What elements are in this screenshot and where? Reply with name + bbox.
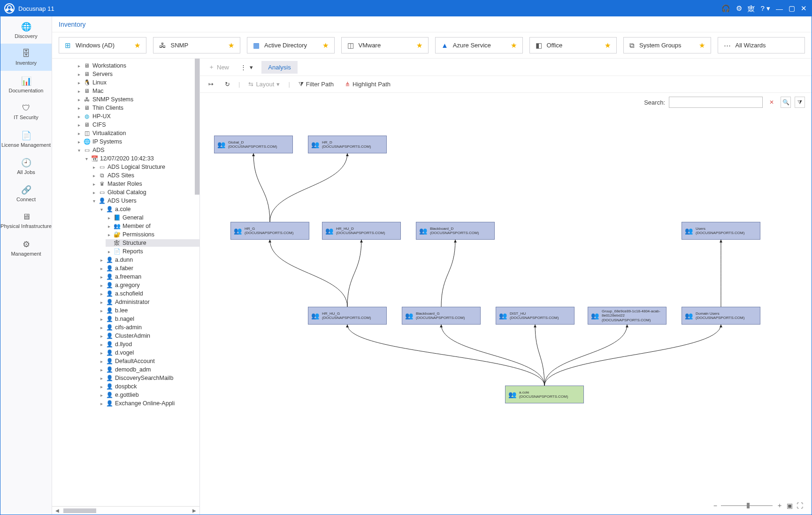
- node-domain-users[interactable]: 👥Domain Users(DOCUSNAPSPORTS.COM): [682, 307, 760, 325]
- tree-item-permissions[interactable]: ▸🔐Permissions: [106, 231, 199, 238]
- tree-item-hp-ux[interactable]: ▸◍HP-UX: [76, 113, 199, 120]
- tree-twisty[interactable]: ▸: [99, 333, 104, 339]
- tree-twisty[interactable]: ▾: [77, 148, 81, 153]
- tree-item-discoverysearchmailb[interactable]: ▸👤DiscoverySearchMailb: [98, 374, 199, 382]
- nav-connect[interactable]: 🔗Connect: [0, 180, 52, 207]
- tree-twisty[interactable]: ▸: [99, 393, 104, 398]
- tree-item-administrator[interactable]: ▸👤Administrator: [98, 298, 199, 306]
- tree-twisty[interactable]: ▸: [77, 131, 81, 136]
- tree-twisty[interactable]: ▸: [99, 266, 104, 271]
- tree-twisty[interactable]: ▸: [77, 80, 81, 85]
- tree-item-reports[interactable]: ▸📄Reports: [106, 248, 199, 255]
- tree-twisty[interactable]: ▸: [99, 350, 104, 356]
- tree-twisty[interactable]: ▸: [99, 342, 104, 347]
- tree-item-cifs-admin[interactable]: ▸👤cifs-admin: [98, 324, 199, 331]
- tree-twisty[interactable]: ▸: [92, 182, 96, 187]
- tree-item-workstations[interactable]: ▸🖥Workstations: [76, 62, 199, 69]
- tree-item-b-lee[interactable]: ▸👤b.lee: [98, 307, 199, 314]
- tree-twisty[interactable]: ▸: [77, 114, 81, 119]
- more-menu[interactable]: ⋮ ▾: [237, 62, 256, 73]
- tree-item-clusteradmin[interactable]: ▸👤ClusterAdmin: [98, 332, 199, 340]
- nav-license-management[interactable]: 📄License Management: [0, 125, 52, 152]
- tree-twisty[interactable]: ▸: [99, 274, 104, 280]
- wizard-windows-ad-[interactable]: ⊞Windows (AD)★: [59, 37, 146, 53]
- tree-item-cifs[interactable]: ▸🖥CIFS: [76, 121, 199, 129]
- restore-icon[interactable]: ▢: [789, 4, 795, 13]
- tree-item-global-catalog[interactable]: ▸▭Global Catalog: [91, 189, 199, 196]
- tree-item-virtualization[interactable]: ▸◫Virtualization: [76, 129, 199, 137]
- tree-twisty[interactable]: ▸: [92, 165, 96, 170]
- tree-item-ads-users[interactable]: ▾👤ADS Users: [91, 197, 199, 204]
- tree-item-member-of[interactable]: ▸👥Member of: [106, 222, 199, 230]
- tree-item-a-faber[interactable]: ▸👤a.faber: [98, 265, 199, 272]
- fit-icon[interactable]: ↦: [206, 79, 216, 90]
- tree-twisty[interactable]: ▸: [99, 401, 104, 406]
- highlight-path-button[interactable]: ⋔Highlight Path: [342, 79, 393, 90]
- nav-all-jobs[interactable]: 🕘All Jobs: [0, 152, 52, 180]
- help-icon[interactable]: ? ▾: [760, 4, 770, 13]
- tree-item-master-roles[interactable]: ▸♛Master Roles: [91, 180, 199, 188]
- tree-item-d-llyod[interactable]: ▸👤d.llyod: [98, 341, 199, 348]
- tree-item-exchange-online-appli[interactable]: ▸👤Exchange Online-Appli: [98, 400, 199, 407]
- tree-item-ip-systems[interactable]: ▸🌐IP Systems: [76, 138, 199, 145]
- wizard-system-groups[interactable]: ⧉System Groups★: [623, 37, 711, 53]
- tree-hscroll-thumb[interactable]: [63, 508, 96, 513]
- tree-twisty[interactable]: ▸: [77, 89, 81, 94]
- node-a-cole[interactable]: 👥a.cole(DOCUSNAPSPORTS.COM): [505, 386, 584, 403]
- nav-it-security[interactable]: 🛡IT Security: [0, 98, 52, 125]
- headset-icon[interactable]: 🎧: [721, 4, 730, 13]
- node-hr-d[interactable]: 👥HR_D(DOCUSNAPSPORTS.COM): [308, 136, 387, 153]
- tree-item-ads-logical-structure[interactable]: ▸▭ADS Logical Structure: [91, 163, 199, 171]
- node-blackboard-d[interactable]: 👥Blackboard_D(DOCUSNAPSPORTS.COM): [416, 222, 495, 240]
- new-button[interactable]: ＋New: [206, 61, 232, 73]
- tree-item-demodb-adm[interactable]: ▸👤demodb_adm: [98, 366, 199, 373]
- wizard-snmp[interactable]: 🖧SNMP★: [153, 37, 241, 53]
- tree-twisty[interactable]: ▸: [99, 367, 104, 372]
- search-icon[interactable]: 🔍: [781, 97, 791, 108]
- tree-twisty[interactable]: ▸: [92, 190, 96, 195]
- tree-item-a-schofield[interactable]: ▸👤a.schofield: [98, 290, 199, 297]
- node-group-68e9ce89-1c18-4804-acab-8e0128ebd22[interactable]: 👥Group_68e9ce89-1c18-4804-acab-8e0128ebd…: [588, 307, 666, 325]
- tree-scrollbar[interactable]: [195, 59, 199, 195]
- zoom-slider[interactable]: [721, 505, 773, 506]
- tree-item-mac[interactable]: ▸🖥Mac: [76, 87, 199, 95]
- tree-twisty[interactable]: ▸: [77, 72, 81, 77]
- zoom-fit-icon[interactable]: ▣: [787, 502, 793, 509]
- tree-item-a-freeman[interactable]: ▸👤a.freeman: [98, 273, 199, 280]
- tree-twisty[interactable]: ▸: [77, 122, 81, 128]
- node-hr-hu-d[interactable]: 👥HR_HU_D(DOCUSNAPSPORTS.COM): [322, 222, 401, 240]
- tree-twisty[interactable]: ▸: [99, 359, 104, 364]
- node-dist-hu[interactable]: 👥DIST_HU(DOCUSNAPSPORTS.COM): [496, 307, 575, 325]
- node-blackboard-g[interactable]: 👥Blackboard_G(DOCUSNAPSPORTS.COM): [402, 307, 481, 325]
- tree-item-dospbck[interactable]: ▸👤dospbck: [98, 383, 199, 390]
- tree-twisty[interactable]: ▸: [99, 317, 104, 322]
- minimize-icon[interactable]: —: [776, 5, 783, 13]
- tree-twisty[interactable]: ▸: [99, 258, 104, 263]
- tree-item-a-gregory[interactable]: ▸👤a.gregory: [98, 281, 199, 289]
- tree-hscroll-right[interactable]: ▶: [191, 508, 198, 513]
- tree-twisty[interactable]: ▸: [107, 215, 111, 220]
- tree-twisty[interactable]: ▸: [99, 283, 104, 288]
- tree-item-a-dunn[interactable]: ▸👤a.dunn: [98, 256, 199, 264]
- tree-item-b-nagel[interactable]: ▸👤b.nagel: [98, 315, 199, 323]
- tree-twisty[interactable]: ▾: [92, 198, 96, 204]
- tree-item-ads[interactable]: ▾▭ADS: [76, 146, 199, 154]
- layout-dropdown[interactable]: ⇆Layout ▾: [245, 79, 283, 90]
- nav-documentation[interactable]: 📊Documentation: [0, 71, 52, 98]
- tree-item-defaultaccount[interactable]: ▸👤DefaultAccount: [98, 357, 199, 365]
- tree-twisty[interactable]: ▸: [77, 139, 81, 144]
- tree-item-d-vogel[interactable]: ▸👤d.vogel: [98, 349, 199, 356]
- tree-item-ads-sites[interactable]: ▸⧉ADS Sites: [91, 172, 199, 179]
- tree-twisty[interactable]: ▸: [99, 291, 104, 296]
- tree-hscroll-left[interactable]: ◀: [54, 508, 61, 513]
- nav-management[interactable]: ⚙Management: [0, 234, 52, 261]
- network-config-icon[interactable]: 🕸: [748, 5, 755, 13]
- tree-twisty[interactable]: ▸: [99, 384, 104, 389]
- refresh-icon[interactable]: ↻: [222, 79, 233, 90]
- tree-twisty[interactable]: ▾: [99, 207, 104, 212]
- wizard-all-wizards[interactable]: ⋯All Wizards: [718, 37, 805, 53]
- tree-item-linux[interactable]: ▸🐧Linux: [76, 79, 199, 86]
- tree-item-a-cole[interactable]: ▾👤a.cole: [98, 205, 199, 213]
- nav-physical-infrastructure[interactable]: 🖥Physical Infrastructure: [0, 207, 52, 234]
- filter-icon[interactable]: ⧩: [795, 97, 805, 108]
